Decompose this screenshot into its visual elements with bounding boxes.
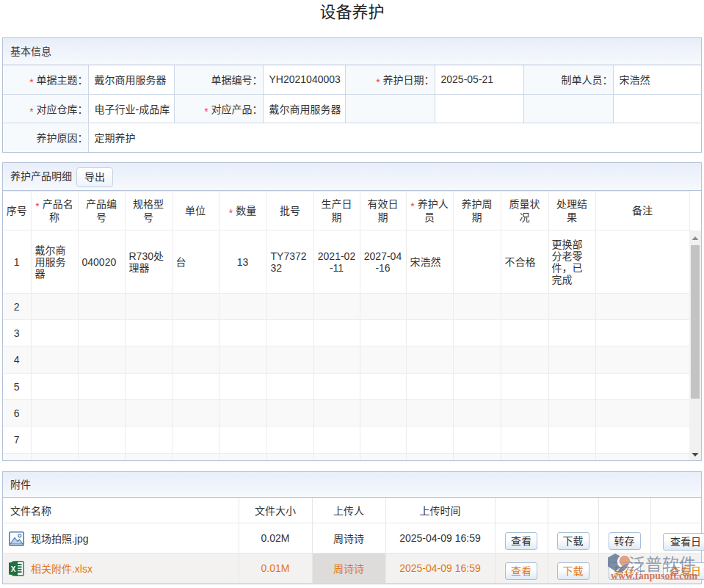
- svg-text:X: X: [11, 565, 16, 573]
